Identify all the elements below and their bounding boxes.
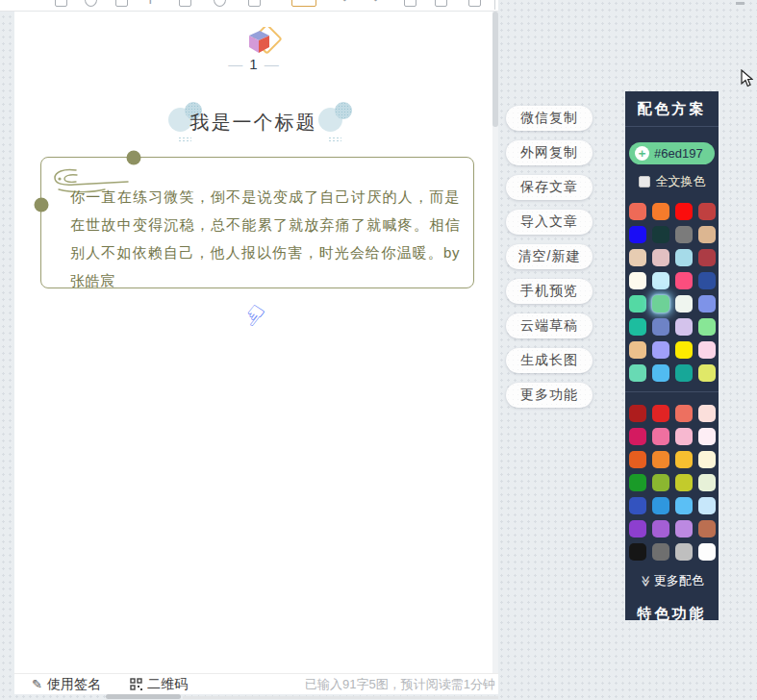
toolbar-icon-fragment[interactable] xyxy=(214,0,226,7)
use-signature-button[interactable]: ✎ 使用签名 xyxy=(32,676,101,693)
color-swatch[interactable] xyxy=(652,341,669,359)
color-swatch[interactable] xyxy=(675,364,693,382)
color-swatch[interactable] xyxy=(652,249,669,266)
color-swatch[interactable] xyxy=(698,318,716,336)
toolbar-icon-fragment[interactable] xyxy=(179,0,191,7)
color-swatch[interactable] xyxy=(629,428,646,445)
color-swatch[interactable] xyxy=(675,405,693,422)
toolbar-icon-fragment[interactable] xyxy=(248,0,261,7)
color-swatch[interactable] xyxy=(675,428,693,445)
color-swatch[interactable] xyxy=(698,543,716,561)
color-swatch[interactable] xyxy=(629,226,646,243)
quote-box[interactable]: 你一直在练习微笑，倒不是说变成了自己讨厌的人，而是在世故中变得沉稳，总不能累了就… xyxy=(40,157,474,288)
use-signature-label: 使用签名 xyxy=(47,676,101,693)
color-swatch[interactable] xyxy=(629,341,646,359)
color-swatch[interactable] xyxy=(698,203,716,220)
color-swatch[interactable] xyxy=(675,451,693,468)
color-swatch[interactable] xyxy=(698,272,716,289)
color-swatch[interactable] xyxy=(629,543,646,561)
color-swatch[interactable] xyxy=(652,543,669,561)
toolbar-icon-fragment[interactable] xyxy=(468,0,481,7)
color-swatch[interactable] xyxy=(698,226,716,243)
current-color-button[interactable]: ＋ #6ed197 xyxy=(629,142,715,164)
color-swatch[interactable] xyxy=(629,451,646,468)
color-swatch[interactable] xyxy=(698,295,716,312)
article-paragraph[interactable]: 你一直在练习微笑，倒不是说变成了自己讨厌的人，而是在世故中变得沉稳，总不能累了就… xyxy=(70,183,460,294)
editor-canvas[interactable]: —1— 我是一个标题 你一直在练习微笑，倒不是说变成了自己讨厌的人，而是在世故中… xyxy=(14,12,492,673)
color-swatch[interactable] xyxy=(652,364,669,382)
sidebar-button[interactable]: 保存文章 xyxy=(506,175,593,200)
toolbar-icon-fragment[interactable] xyxy=(435,0,447,7)
color-swatch[interactable] xyxy=(698,474,716,491)
current-color-value: #6ed197 xyxy=(654,146,703,161)
color-swatch[interactable] xyxy=(675,520,693,538)
color-swatch[interactable] xyxy=(629,520,646,538)
sidebar-button[interactable]: 微信复制 xyxy=(506,106,593,131)
color-swatch[interactable] xyxy=(675,474,693,491)
color-swatch[interactable] xyxy=(629,364,646,382)
scrollbar-thumb[interactable] xyxy=(492,12,498,127)
color-swatch[interactable] xyxy=(652,272,669,289)
toolbar-icon-fragment[interactable] xyxy=(85,0,97,7)
color-swatch[interactable] xyxy=(698,451,716,468)
toolbar-icon-fragment[interactable]: T xyxy=(146,0,155,7)
color-swatch[interactable] xyxy=(629,474,646,491)
color-swatch[interactable] xyxy=(652,428,669,445)
color-swatch[interactable] xyxy=(629,295,646,312)
color-swatch[interactable] xyxy=(675,341,693,359)
toolbar-icon-fragment[interactable] xyxy=(55,0,67,7)
sidebar-button[interactable]: 生成长图 xyxy=(506,348,593,373)
color-swatch[interactable] xyxy=(675,295,693,312)
article-title[interactable]: 我是一个标题 xyxy=(14,110,492,136)
color-swatch[interactable] xyxy=(652,405,669,422)
color-swatch[interactable] xyxy=(698,428,716,445)
toolbar-active-icon[interactable] xyxy=(291,0,316,7)
toolbar-icon-fragment[interactable] xyxy=(404,0,416,7)
full-text-recolor-checkbox[interactable] xyxy=(639,176,650,188)
more-colors-button[interactable]: ≫更多配色 xyxy=(625,572,719,589)
color-swatch[interactable] xyxy=(629,272,646,289)
color-swatch[interactable] xyxy=(652,497,669,514)
sidebar-button[interactable]: 清空/新建 xyxy=(506,244,593,269)
sidebar-button[interactable]: 云端草稿 xyxy=(506,313,593,338)
color-swatch[interactable] xyxy=(675,318,693,336)
color-swatch[interactable] xyxy=(675,249,693,266)
color-swatch[interactable] xyxy=(652,226,669,243)
color-swatch[interactable] xyxy=(675,203,693,220)
color-swatch[interactable] xyxy=(629,405,646,422)
full-text-recolor-label: 全文换色 xyxy=(656,173,706,190)
sidebar-button[interactable]: 更多功能 xyxy=(506,383,593,408)
color-swatch[interactable] xyxy=(652,451,669,468)
editor-vertical-scrollbar[interactable] xyxy=(492,12,498,694)
color-swatch[interactable] xyxy=(698,341,716,359)
qrcode-button[interactable]: 二维码 xyxy=(130,676,188,693)
horizontal-scrollbar[interactable] xyxy=(14,694,498,700)
color-swatch[interactable] xyxy=(675,226,693,243)
color-swatch[interactable] xyxy=(652,203,669,220)
color-swatch[interactable] xyxy=(629,497,646,514)
color-swatch[interactable] xyxy=(675,543,693,561)
color-swatch[interactable] xyxy=(652,318,669,336)
color-swatch[interactable] xyxy=(698,249,716,266)
redo-icon[interactable]: ↷ xyxy=(367,0,379,7)
sidebar-button[interactable]: 手机预览 xyxy=(506,279,593,304)
color-swatch[interactable] xyxy=(629,203,646,220)
color-swatch[interactable] xyxy=(675,272,693,289)
color-swatch[interactable] xyxy=(652,520,669,538)
color-swatch[interactable] xyxy=(629,318,646,336)
color-swatch[interactable] xyxy=(652,474,669,491)
color-swatch[interactable] xyxy=(675,497,693,514)
color-swatch[interactable] xyxy=(629,249,646,266)
toolbar-icon-fragment[interactable] xyxy=(115,0,128,7)
title-block: 我是一个标题 xyxy=(14,100,492,148)
scrollbar-thumb[interactable] xyxy=(106,694,181,699)
color-swatch[interactable] xyxy=(652,295,669,312)
color-swatch[interactable] xyxy=(698,364,716,382)
color-swatch[interactable] xyxy=(698,405,716,422)
undo-icon[interactable]: ↶ xyxy=(341,0,353,7)
color-swatch[interactable] xyxy=(698,497,716,514)
sidebar-button[interactable]: 导入文章 xyxy=(506,210,593,235)
sidebar-button[interactable]: 外网复制 xyxy=(506,140,593,165)
color-scheme-panel: 配色方案 ＋ #6ed197 全文换色 ≫更多配色 特色功能 xyxy=(625,91,719,620)
color-swatch[interactable] xyxy=(698,520,716,538)
